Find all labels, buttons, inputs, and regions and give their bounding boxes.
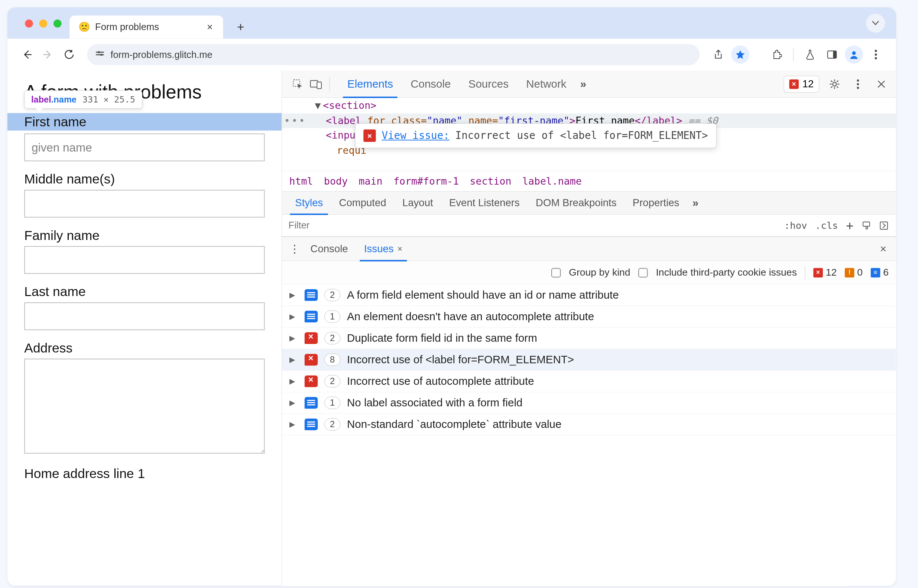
devtools-tab-sources[interactable]: Sources <box>459 71 517 98</box>
styles-tab-layout[interactable]: Layout <box>394 191 441 215</box>
close-window-icon[interactable] <box>25 19 33 27</box>
more-styles-tabs-button[interactable]: » <box>692 197 697 209</box>
styles-tab-event-listeners[interactable]: Event Listeners <box>441 191 527 215</box>
profile-button[interactable] <box>845 45 863 63</box>
computed-toggle-icon[interactable] <box>879 221 889 230</box>
new-style-rule-button[interactable]: + <box>846 218 853 233</box>
site-settings-icon[interactable] <box>95 50 105 60</box>
dom-tree[interactable]: ▼<section> ••• <label for class="name" n… <box>282 98 896 171</box>
group-by-kind-checkbox[interactable] <box>551 268 561 278</box>
address-bar[interactable]: form-problems.glitch.me <box>87 44 700 65</box>
breadcrumb[interactable]: label.name <box>522 176 582 187</box>
styles-filter-input[interactable] <box>282 220 784 231</box>
last-name-field[interactable] <box>24 302 265 330</box>
third-party-label: Include third-party cookie issues <box>656 267 797 278</box>
styles-brush-icon[interactable] <box>861 221 871 230</box>
styles-tab-styles[interactable]: Styles <box>287 191 331 215</box>
expand-icon[interactable]: ▶ <box>289 399 298 407</box>
side-panel-button[interactable] <box>823 45 841 63</box>
maximize-window-icon[interactable] <box>53 19 61 27</box>
address-field[interactable] <box>24 359 265 454</box>
browser-tab[interactable]: 🙁 Form problems × <box>69 16 223 39</box>
chrome-menu-button[interactable] <box>867 45 885 63</box>
hov-button[interactable]: :hov <box>784 220 807 231</box>
share-icon <box>714 49 723 60</box>
issue-row[interactable]: ▶2Incorrect use of autocomplete attribut… <box>282 371 896 392</box>
devtools-tab-console[interactable]: Console <box>402 71 460 98</box>
reload-button[interactable] <box>61 46 78 63</box>
close-drawer-tab-icon[interactable]: × <box>397 244 402 254</box>
back-button[interactable] <box>19 46 35 63</box>
view-issue-link[interactable]: View issue: <box>381 128 449 144</box>
expand-icon[interactable]: ▶ <box>289 355 298 364</box>
cls-button[interactable]: .cls <box>815 220 838 231</box>
first-name-field[interactable] <box>24 133 265 161</box>
share-button[interactable] <box>709 45 727 63</box>
drawer-tab-issues[interactable]: Issues× <box>356 237 411 261</box>
toolbar: form-problems.glitch.me <box>7 39 896 71</box>
info-count-badge[interactable]: ≡6 <box>871 267 889 278</box>
styles-tab-dom-breakpoints[interactable]: DOM Breakpoints <box>527 191 624 215</box>
breadcrumb[interactable]: main <box>359 176 383 187</box>
issue-row[interactable]: ▶2Duplicate form field id in the same fo… <box>282 328 896 349</box>
expand-icon[interactable]: ▶ <box>289 312 298 321</box>
close-drawer-button[interactable]: × <box>875 242 892 255</box>
issue-row[interactable]: ▶2Non-standard `autocomplete` attribute … <box>282 414 896 435</box>
close-tab-icon[interactable]: × <box>204 21 216 34</box>
warning-count-badge[interactable]: !0 <box>845 267 863 278</box>
label-family-name: Family name <box>24 228 265 243</box>
middle-names-field[interactable] <box>24 190 265 218</box>
issue-count-badge: 2 <box>324 332 340 344</box>
experiments-button[interactable] <box>801 45 819 63</box>
expand-icon[interactable]: ▶ <box>289 420 298 429</box>
expand-icon[interactable]: ▶ <box>289 377 298 386</box>
tab-search-button[interactable] <box>866 14 885 33</box>
devtools-top-right <box>827 76 889 92</box>
issue-title: Non-standard `autocomplete` attribute va… <box>347 418 561 431</box>
issue-row[interactable]: ▶8Incorrect use of <label for=FORM_ELEME… <box>282 349 896 371</box>
forward-button[interactable] <box>40 46 57 63</box>
issue-row[interactable]: ▶1An element doesn't have an autocomplet… <box>282 306 896 328</box>
arrow-left-icon <box>21 49 32 60</box>
close-devtools-button[interactable] <box>873 76 889 92</box>
devtools-menu-button[interactable] <box>850 76 866 92</box>
expand-icon[interactable]: ▶ <box>289 291 298 299</box>
info-speech-icon <box>305 418 318 430</box>
new-tab-button[interactable]: + <box>231 18 250 36</box>
devtools-tab-elements[interactable]: Elements <box>338 71 402 98</box>
styles-tab-properties[interactable]: Properties <box>624 191 687 215</box>
breadcrumb[interactable]: html <box>289 176 313 187</box>
drawer-tab-console[interactable]: Console <box>302 237 356 261</box>
svg-point-11 <box>875 57 877 60</box>
device-icon <box>310 79 322 89</box>
issue-count-badge: 2 <box>324 418 340 431</box>
dom-actions-icon[interactable]: ••• <box>284 113 305 128</box>
issue-title: A form field element should have an id o… <box>347 289 619 301</box>
third-party-checkbox[interactable] <box>638 268 648 278</box>
bookmark-button[interactable] <box>731 45 749 63</box>
breadcrumb[interactable]: section <box>470 176 511 187</box>
error-count-badge[interactable]: ×12 <box>813 267 837 278</box>
device-toolbar-button[interactable] <box>307 75 325 93</box>
issue-row[interactable]: ▶1No label associated with a form field <box>282 392 896 414</box>
more-tabs-button[interactable]: » <box>575 78 590 90</box>
settings-button[interactable] <box>827 76 843 92</box>
issue-row[interactable]: ▶2A form field element should have an id… <box>282 284 896 306</box>
family-name-field[interactable] <box>24 246 265 274</box>
breadcrumb[interactable]: body <box>324 176 348 187</box>
breadcrumb[interactable]: form#form-1 <box>393 176 459 187</box>
error-icon: × <box>363 130 376 142</box>
expand-icon[interactable]: ▶ <box>289 334 298 343</box>
styles-tab-computed[interactable]: Computed <box>331 191 394 215</box>
dom-section-line[interactable]: ▼<section> <box>282 99 896 113</box>
close-icon <box>877 79 886 89</box>
inspect-icon <box>292 78 303 89</box>
kebab-icon <box>857 79 859 89</box>
styles-filter-row: :hov .cls + <box>282 215 896 237</box>
drawer-more-button[interactable]: ⋮ <box>286 242 302 255</box>
errors-badge[interactable]: × 12 <box>784 75 819 92</box>
devtools-tab-network[interactable]: Network <box>517 71 575 98</box>
extensions-button[interactable] <box>768 45 786 63</box>
minimize-window-icon[interactable] <box>39 19 48 27</box>
inspect-element-button[interactable] <box>289 75 307 93</box>
